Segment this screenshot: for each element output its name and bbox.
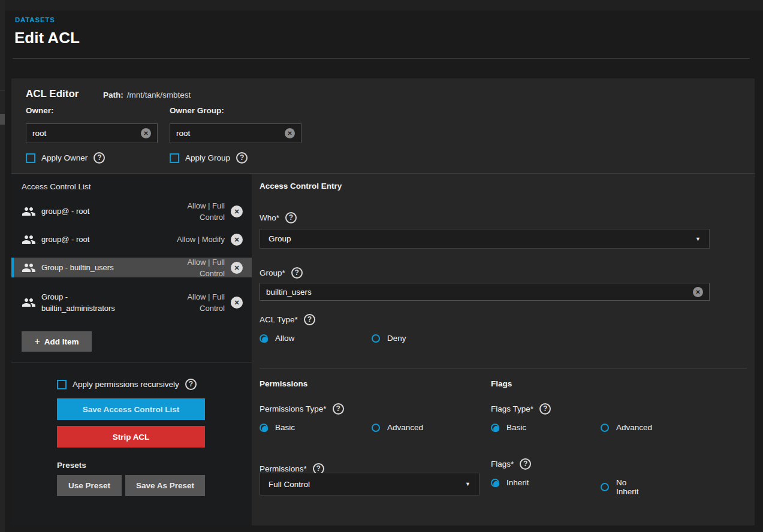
flags-label: Flags* [491, 460, 514, 468]
recursive-checkbox[interactable] [57, 380, 67, 389]
group-label-row: Group* ? [260, 267, 303, 279]
strip-acl-button[interactable]: Strip ACL [57, 426, 205, 448]
permissions-heading: Permissions [260, 379, 307, 388]
flags-help-icon[interactable]: ? [520, 458, 531, 470]
radio-deny-label: Deny [387, 334, 406, 343]
apply-group-help-icon[interactable]: ? [236, 152, 248, 164]
radio-circle-icon [601, 424, 609, 432]
chevron-down-icon: ▼ [695, 236, 701, 242]
people-icon [22, 261, 36, 275]
plus-icon: + [34, 337, 40, 346]
recursive-help-icon[interactable]: ? [185, 379, 197, 390]
access-control-list-panel: Access Control List group@ - root Allow … [11, 174, 252, 525]
who-select[interactable]: Group ▼ [260, 229, 710, 249]
owner-group-label: Owner Group: [170, 106, 224, 115]
presets-title: Presets [57, 461, 86, 470]
owner-group-input-wrap: ✕ [170, 123, 301, 143]
who-select-value: Group [269, 234, 695, 243]
who-label: Who* [260, 213, 279, 222]
sidebar-item-edge [0, 114, 5, 125]
owner-input[interactable] [32, 129, 141, 138]
people-icon [22, 232, 36, 247]
radio-allow[interactable]: Allow [260, 334, 294, 343]
acl-item-detail: Allow | Full Control [168, 256, 225, 279]
add-item-button[interactable]: + Add Item [22, 331, 92, 352]
permissions-type-help-icon[interactable]: ? [333, 403, 344, 415]
path-row: Path:/mnt/tank/smbtest [103, 90, 191, 99]
acl-type-radio-group: Allow Deny [260, 334, 294, 343]
radio-basic-label: Basic [506, 423, 526, 432]
radio-inherit[interactable]: Inherit [491, 478, 529, 487]
flags-label-row: Flags* ? [491, 458, 531, 470]
flags-type-help-icon[interactable]: ? [539, 403, 551, 415]
nav-sidebar-edge [0, 0, 5, 532]
radio-circle-icon [601, 483, 609, 491]
clear-owner-group-icon[interactable]: ✕ [285, 128, 295, 138]
radio-flags-basic[interactable]: Basic [491, 423, 526, 432]
acl-list-item-selected[interactable]: Group - builtin_users Allow | Full Contr… [11, 258, 252, 277]
breadcrumb[interactable]: DATASETS [15, 16, 55, 23]
header-divider [13, 58, 750, 59]
flags-type-radio-group: Basic Advanced [491, 423, 526, 432]
permissions-type-radio-group: Basic Advanced [260, 423, 295, 432]
use-preset-button[interactable]: Use Preset [57, 475, 122, 496]
flags-heading: Flags [491, 379, 512, 388]
apply-owner-checkbox[interactable] [26, 153, 35, 163]
radio-deny[interactable]: Deny [372, 334, 406, 343]
page-title: Edit ACL [14, 29, 80, 47]
acl-list-item[interactable]: group@ - root Allow | Full Control ✕ [11, 201, 252, 221]
recursive-label: Apply permissions recursively [73, 380, 179, 389]
sidebar-divider [0, 90, 5, 90]
radio-no-inherit[interactable]: No Inherit [601, 478, 639, 496]
left-panel-divider [11, 362, 252, 362]
acl-list-item[interactable]: Group - builtin_administrators Allow | F… [11, 284, 252, 321]
radio-flags-advanced[interactable]: Advanced [601, 423, 652, 432]
ace-title: Access Control Entry [260, 182, 342, 191]
radio-basic-label: Basic [275, 423, 295, 432]
path-value: /mnt/tank/smbtest [127, 90, 191, 99]
save-acl-button[interactable]: Save Access Control List [57, 398, 205, 420]
apply-owner-help-icon[interactable]: ? [94, 152, 105, 164]
radio-permissions-advanced[interactable]: Advanced [372, 423, 423, 432]
who-help-icon[interactable]: ? [285, 212, 297, 223]
owner-group-input[interactable] [176, 129, 285, 138]
flags-radio-group: Inherit No Inherit [491, 478, 529, 487]
permissions-label: Permissions* [260, 464, 307, 473]
acl-type-label-row: ACL Type* ? [260, 314, 315, 325]
entry-section-divider [260, 368, 747, 369]
permissions-type-label: Permissions Type* [260, 404, 327, 413]
remove-item-icon[interactable]: ✕ [231, 262, 243, 274]
clear-owner-icon[interactable]: ✕ [141, 128, 151, 138]
remove-item-icon[interactable]: ✕ [231, 297, 243, 309]
group-help-icon[interactable]: ? [291, 267, 303, 279]
permissions-section: Permissions Permissions Type* ? Basic Ad… [260, 379, 491, 525]
acl-editor-card: ACL Editor Path:/mnt/tank/smbtest Owner:… [11, 78, 755, 525]
acl-list-title: Access Control List [22, 182, 91, 191]
permissions-type-label-row: Permissions Type* ? [260, 403, 344, 415]
radio-circle-icon [260, 424, 268, 432]
acl-list-item[interactable]: group@ - root Allow | Modify ✕ [11, 229, 252, 249]
acl-item-name: Group - builtin_users [41, 262, 114, 273]
flags-section: Flags Flags Type* ? Basic Advanced Flags… [491, 379, 747, 525]
radio-permissions-basic[interactable]: Basic [260, 423, 295, 432]
acl-editor-title: ACL Editor [26, 88, 79, 100]
group-input[interactable] [266, 288, 693, 297]
clear-group-icon[interactable]: ✕ [693, 287, 703, 297]
save-as-preset-button[interactable]: Save As Preset [125, 475, 205, 496]
who-label-row: Who* ? [260, 212, 297, 223]
remove-item-icon[interactable]: ✕ [231, 234, 243, 246]
people-icon [22, 295, 36, 310]
group-label: Group* [260, 268, 285, 277]
acl-type-help-icon[interactable]: ? [304, 314, 315, 325]
apply-group-label: Apply Group [185, 153, 230, 162]
recursive-row: Apply permissions recursively ? [57, 379, 197, 390]
remove-item-icon[interactable]: ✕ [231, 205, 243, 217]
radio-no-inherit-label: No Inherit [616, 478, 639, 496]
radio-allow-label: Allow [275, 334, 294, 343]
access-control-entry-panel: Access Control Entry Who* ? Group ▼ Grou… [252, 174, 755, 525]
flags-type-label: Flags Type* [491, 404, 533, 413]
permissions-select[interactable]: Full Control ▼ [260, 473, 479, 495]
apply-group-checkbox[interactable] [170, 153, 179, 163]
acl-editor-header-section: ACL Editor Path:/mnt/tank/smbtest Owner:… [11, 78, 755, 174]
top-bar-sliver [0, 0, 763, 11]
